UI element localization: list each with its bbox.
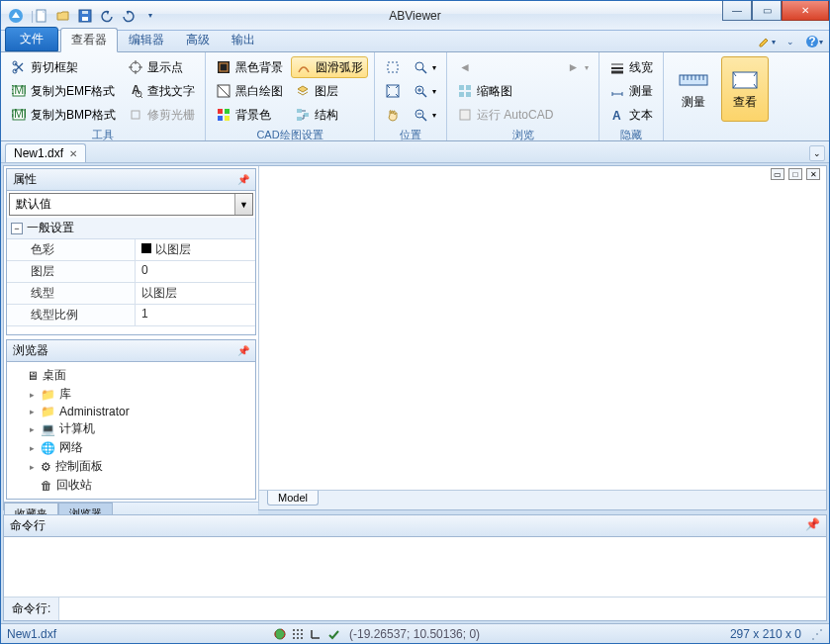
tree-desktop[interactable]: 🖥桌面 (13, 366, 249, 385)
expand-ribbon-icon[interactable]: ⌄ (782, 33, 799, 50)
autocad-icon (457, 107, 473, 123)
maximize-button[interactable]: ▭ (752, 1, 782, 21)
status-grid-icon[interactable] (292, 628, 304, 640)
svg-rect-24 (225, 116, 230, 121)
smooth-arc-button[interactable]: 圆滑弧形 (291, 56, 368, 78)
zoom-button[interactable]: ▾ (409, 56, 440, 78)
ribbon-group-big: 测量 查看 (664, 52, 775, 140)
status-resize-grip[interactable]: ⋰ (811, 627, 823, 641)
copy-emf-label: 复制为EMF格式 (31, 83, 115, 100)
prop-layer-key: 图层 (7, 261, 136, 282)
qat-new-icon[interactable] (34, 8, 49, 24)
prop-color-val[interactable]: 以图层 (136, 239, 255, 260)
tree-lib[interactable]: ▸📁库 (13, 385, 249, 404)
scissors-icon (11, 59, 27, 75)
status-globe-icon[interactable] (274, 628, 286, 640)
structure-button[interactable]: 结构 (291, 104, 368, 126)
canvas-max-button[interactable]: □ (788, 168, 802, 180)
minimize-button[interactable]: — (722, 1, 752, 21)
status-ortho-icon[interactable] (310, 628, 322, 640)
document-tabstrip: New1.dxf ✕ ⌄ (1, 141, 829, 163)
clip-frame-button[interactable]: 剪切框架 (7, 56, 120, 78)
ribbon-tab-editor[interactable]: 编辑器 (118, 28, 175, 51)
show-points-button[interactable]: 显示点 (124, 56, 199, 78)
bg-color-button[interactable]: 背景色 (212, 104, 287, 126)
layers-button[interactable]: 图层 (291, 80, 368, 102)
chevron-down-icon[interactable]: ▼ (234, 194, 252, 215)
bw-draw-button[interactable]: 黑白绘图 (212, 80, 287, 102)
close-button[interactable]: ✕ (782, 1, 829, 21)
svg-line-35 (422, 117, 426, 121)
ribbon-tab-file[interactable]: 文件 (5, 27, 58, 51)
qat-open-icon[interactable] (55, 8, 71, 24)
tree-computer[interactable]: ▸💻计算机 (13, 419, 249, 438)
prop-color-key: 色彩 (7, 239, 136, 260)
svg-rect-26 (304, 113, 309, 117)
app-window: | ▾ ABViewer — ▭ ✕ 文件 查看器 编辑器 高级 输出 ▾ ⌄ … (0, 0, 830, 644)
close-tab-icon[interactable]: ✕ (69, 148, 77, 159)
zoom-in-button[interactable]: ▾ (409, 80, 440, 102)
drawing-canvas[interactable] (259, 166, 826, 490)
qat-undo-icon[interactable] (99, 8, 115, 24)
svg-line-33 (422, 93, 426, 97)
ribbon-tab-advanced[interactable]: 高级 (175, 28, 221, 51)
svg-point-49 (293, 629, 295, 631)
bw-draw-label: 黑白绘图 (235, 83, 283, 100)
svg-rect-27 (297, 117, 302, 121)
run-autocad-label: 运行 AutoCAD (477, 107, 553, 124)
document-tab[interactable]: New1.dxf ✕ (5, 143, 86, 162)
computer-icon: 💻 (41, 422, 55, 436)
zoom-out-button[interactable]: ▾ (409, 104, 440, 126)
canvas-min-button[interactable]: ▭ (771, 168, 784, 180)
status-check-icon[interactable] (327, 628, 339, 640)
statusbar: New1.dxf (-19.26537; 10.50136; 0) 297 x … (1, 623, 829, 643)
prop-lscale-val[interactable]: 1 (136, 305, 255, 325)
model-tab[interactable]: Model (267, 491, 319, 506)
quick-access-toolbar: ▾ (34, 8, 158, 24)
props-category-general[interactable]: −一般设置 (7, 218, 255, 239)
help-icon[interactable]: ?▾ (805, 33, 823, 50)
qat-save-icon[interactable] (77, 8, 93, 24)
big-measure-button[interactable]: 测量 (670, 56, 717, 122)
svg-line-31 (422, 69, 426, 73)
black-bg-button[interactable]: 黑色背景 (212, 56, 287, 78)
pin-icon[interactable]: 📌 (237, 345, 249, 356)
copy-bmp-label: 复制为BMP格式 (31, 107, 116, 124)
tree-admin[interactable]: ▸📁Administrator (13, 404, 249, 419)
copy-bmp-button[interactable]: BMP复制为BMP格式 (7, 104, 120, 126)
copy-emf-button[interactable]: EMF复制为EMF格式 (7, 80, 120, 102)
find-text-button[interactable]: A查找文字 (124, 80, 199, 102)
qat-more-icon[interactable]: ▾ (142, 8, 158, 24)
ribbon-tab-viewer[interactable]: 查看器 (60, 28, 118, 52)
palette-icon (216, 107, 231, 123)
tabs-overflow-button[interactable]: ⌄ (809, 145, 825, 161)
zoom-extents-button[interactable] (381, 80, 405, 102)
prop-layer-val[interactable]: 0 (136, 261, 255, 282)
tree-network[interactable]: ▸🌐网络 (13, 438, 249, 457)
svg-rect-38 (459, 92, 464, 97)
pan-button[interactable] (381, 104, 405, 126)
prop-ltype-val[interactable]: 以图层 (136, 283, 255, 304)
props-select[interactable]: 默认值 ▼ (9, 193, 253, 216)
pin-icon[interactable]: 📌 (805, 517, 820, 534)
thumbnail-button[interactable]: 缩略图 (453, 80, 557, 102)
tree-control[interactable]: ▸⚙控制面板 (13, 457, 249, 476)
command-input[interactable] (59, 598, 826, 620)
edit-dropdown-icon[interactable]: ▾ (758, 33, 776, 50)
linewidth-button[interactable]: 线宽 (605, 56, 657, 78)
zoom-window-button[interactable] (381, 56, 405, 78)
tree-recycle[interactable]: 🗑回收站 (13, 476, 249, 495)
trim-raster-button: 修剪光栅 (124, 104, 199, 126)
canvas-close-button[interactable]: ✕ (806, 168, 820, 180)
black-bg-label: 黑色背景 (235, 59, 283, 76)
qat-redo-icon[interactable] (121, 8, 137, 24)
command-prompt-label: 命令行: (4, 598, 59, 620)
collapse-icon[interactable]: − (11, 223, 23, 234)
measure-label: 测量 (629, 83, 653, 100)
pin-icon[interactable]: 📌 (237, 174, 249, 185)
layers-icon (295, 83, 311, 99)
measure-button[interactable]: 测量 (605, 80, 657, 102)
big-view-button[interactable]: 查看 (721, 56, 769, 122)
ribbon-tab-output[interactable]: 输出 (221, 28, 266, 51)
text-button[interactable]: A文本 (605, 104, 657, 126)
